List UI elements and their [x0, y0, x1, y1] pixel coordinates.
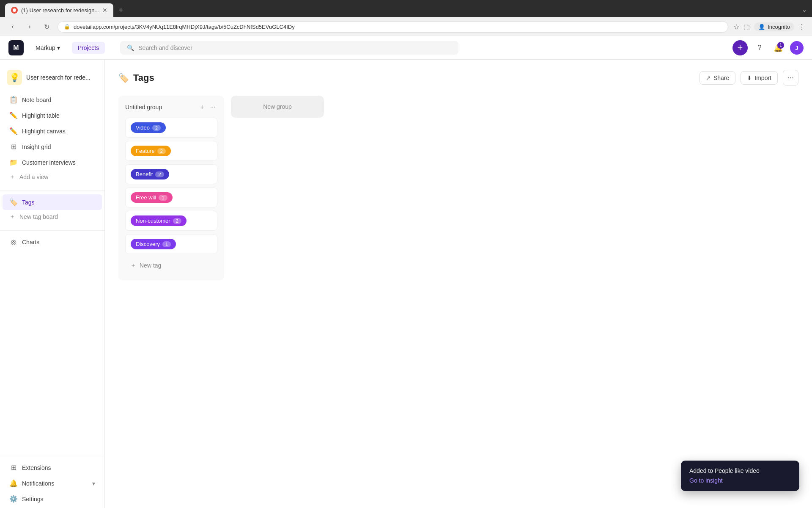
- share-icon: ↗: [706, 75, 711, 81]
- search-bar[interactable]: 🔍 Search and discover: [120, 41, 458, 55]
- customer-interviews-icon: 📁: [9, 158, 18, 166]
- tag-item-video[interactable]: Video 2: [125, 118, 217, 138]
- address-bar: ‹ › ↻ 🔒 dovetailapp.com/projects/3KV4yNU…: [0, 17, 812, 36]
- new-tag-board-button[interactable]: ＋ New tag board: [3, 210, 102, 224]
- sidebar-item-notifications[interactable]: 🔔 Notifications ▾: [3, 475, 102, 491]
- import-button[interactable]: ⬇ Import: [741, 71, 778, 85]
- page-title: Tags: [133, 72, 154, 83]
- help-button[interactable]: ?: [753, 41, 766, 55]
- tag-pill-feature: Feature 2: [131, 146, 171, 156]
- add-view-label: Add a view: [19, 174, 48, 180]
- tag-count-feature: 2: [157, 148, 166, 154]
- add-view-button[interactable]: ＋ Add a view: [3, 170, 102, 184]
- tab-close-button[interactable]: ✕: [102, 7, 107, 14]
- tag-item-benefit[interactable]: Benefit 2: [125, 164, 217, 184]
- notifications-label: Notifications: [22, 480, 54, 487]
- tag-group-untitled: Untitled group + ··· Video 2 F: [118, 96, 224, 280]
- tag-label-discovery: Discovery: [136, 241, 160, 247]
- more-options-button[interactable]: ···: [783, 70, 798, 86]
- new-tab-button[interactable]: +: [115, 4, 127, 16]
- back-button[interactable]: ‹: [7, 21, 19, 33]
- sidebar-item-charts[interactable]: ◎ Charts: [3, 234, 102, 250]
- sidebar-charts-section: ◎ Charts: [0, 230, 104, 250]
- tag-count-free-will: 1: [159, 195, 167, 201]
- url-box[interactable]: 🔒 dovetailapp.com/projects/3KV4yNUq11E8l…: [58, 21, 728, 33]
- project-header: 💡 User research for rede...: [0, 66, 104, 92]
- markup-button[interactable]: Markup ▾: [30, 42, 65, 54]
- settings-icon: ⚙️: [9, 495, 18, 503]
- notifications-chevron-icon: ▾: [92, 480, 95, 487]
- notification-badge: 1: [777, 42, 784, 49]
- extensions-icon: ⊞: [9, 464, 18, 472]
- tag-group-actions: + ···: [198, 102, 217, 112]
- tag-item-non-customer[interactable]: Non-customer 2: [125, 211, 217, 231]
- search-icon: 🔍: [127, 44, 134, 51]
- highlight-table-icon: ✏️: [9, 111, 18, 119]
- tags-content-icon: 🏷️: [118, 73, 129, 83]
- sidebar-item-highlight-canvas[interactable]: ✏️ Highlight canvas: [3, 123, 102, 139]
- highlight-table-label: Highlight table: [22, 112, 60, 119]
- sidebar-item-extensions[interactable]: ⊞ Extensions: [3, 460, 102, 475]
- add-tag-button[interactable]: +: [198, 102, 206, 112]
- tag-group-title: Untitled group: [125, 104, 162, 110]
- forward-button[interactable]: ›: [24, 21, 36, 33]
- highlight-canvas-label: Highlight canvas: [22, 128, 66, 135]
- app-header: M Markup ▾ Projects 🔍 Search and discove…: [0, 36, 812, 60]
- tags-board: Untitled group + ··· Video 2 F: [118, 96, 798, 280]
- active-tab[interactable]: (1) User research for redesign... ✕: [5, 3, 113, 17]
- avatar[interactable]: J: [790, 41, 804, 55]
- tag-group-header: Untitled group + ···: [125, 102, 217, 112]
- content-header: 🏷️ Tags ↗ Share ⬇ Import ···: [118, 70, 798, 86]
- sidebar-item-tags[interactable]: 🏷️ Tags: [3, 194, 102, 210]
- cast-icon[interactable]: ⬚: [743, 23, 750, 31]
- tab-end-button[interactable]: ⌄: [801, 6, 807, 15]
- add-button[interactable]: +: [732, 40, 748, 55]
- incognito-label: Incognito: [768, 24, 790, 30]
- tab-bar: (1) User research for redesign... ✕ + ⌄: [0, 0, 812, 17]
- project-name: User research for rede...: [26, 74, 91, 81]
- tab-favicon: [11, 7, 18, 14]
- tag-count-video: 2: [152, 125, 161, 131]
- reload-button[interactable]: ↻: [41, 21, 52, 33]
- new-tag-button[interactable]: ＋ New tag: [125, 257, 217, 273]
- tags-label: Tags: [22, 199, 35, 206]
- sidebar-item-insight-grid[interactable]: ⊞ Insight grid: [3, 139, 102, 155]
- sidebar-bottom: ⊞ Extensions 🔔 Notifications ▾ ⚙️ Settin…: [0, 456, 104, 507]
- add-view-plus-icon: ＋: [9, 173, 15, 181]
- content-title-row: 🏷️ Tags: [118, 72, 154, 83]
- sidebar-item-settings[interactable]: ⚙️ Settings: [3, 491, 102, 507]
- tag-item-feature[interactable]: Feature 2: [125, 141, 217, 161]
- app-logo[interactable]: M: [8, 40, 24, 55]
- tag-label-free-will: Free will: [136, 194, 156, 201]
- toast-link[interactable]: Go to insight: [689, 477, 723, 484]
- bookmark-icon[interactable]: ☆: [733, 23, 739, 31]
- markup-label: Markup: [36, 44, 55, 51]
- tag-pill-video: Video 2: [131, 122, 166, 133]
- tag-group-more-button[interactable]: ···: [208, 102, 217, 112]
- url-text: dovetailapp.com/projects/3KV4yNUq11E8lrq…: [74, 24, 295, 30]
- tab-title: (1) User research for redesign...: [21, 7, 99, 14]
- insight-grid-label: Insight grid: [22, 144, 51, 150]
- tag-item-free-will[interactable]: Free will 1: [125, 188, 217, 207]
- charts-label: Charts: [22, 239, 39, 246]
- new-group-button[interactable]: New group: [231, 96, 324, 118]
- projects-button[interactable]: Projects: [72, 42, 105, 54]
- notifications-sidebar-icon: 🔔: [9, 479, 18, 487]
- project-icon: 💡: [7, 70, 22, 85]
- sidebar-item-note-board[interactable]: 📋 Note board: [3, 92, 102, 108]
- insight-grid-icon: ⊞: [9, 143, 18, 151]
- tag-item-discovery[interactable]: Discovery 1: [125, 234, 217, 254]
- settings-label: Settings: [22, 496, 44, 502]
- menu-icon[interactable]: ⋮: [798, 23, 805, 31]
- share-button[interactable]: ↗ Share: [700, 71, 735, 85]
- toast-main-text: Added to People like video: [689, 467, 791, 474]
- tag-pill-non-customer: Non-customer 2: [131, 215, 187, 226]
- tag-label-non-customer: Non-customer: [136, 218, 170, 224]
- notifications-button[interactable]: 🔔 1: [771, 41, 785, 55]
- sidebar-tags-section: 🏷️ Tags ＋ New tag board: [0, 190, 104, 224]
- new-tag-board-label: New tag board: [19, 213, 58, 220]
- incognito-badge: 👤 Incognito: [754, 22, 794, 31]
- sidebar-item-highlight-table[interactable]: ✏️ Highlight table: [3, 108, 102, 123]
- sidebar-item-customer-interviews[interactable]: 📁 Customer interviews: [3, 155, 102, 170]
- share-label: Share: [713, 75, 729, 81]
